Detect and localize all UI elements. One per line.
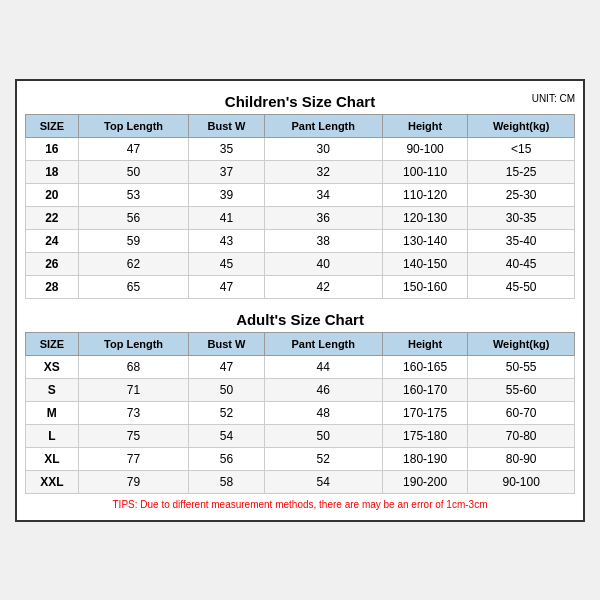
table-row: 28654742150-16045-50: [26, 275, 575, 298]
adult-cell-2-1: 73: [78, 401, 189, 424]
children-cell-2-1: 53: [78, 183, 189, 206]
unit-label: UNIT: CM: [532, 93, 575, 104]
col-weight: Weight(kg): [468, 114, 575, 137]
adult-cell-4-0: XL: [26, 447, 79, 470]
children-cell-6-2: 47: [189, 275, 264, 298]
adult-cell-3-2: 54: [189, 424, 264, 447]
children-cell-3-0: 22: [26, 206, 79, 229]
children-cell-2-0: 20: [26, 183, 79, 206]
adult-cell-5-1: 79: [78, 470, 189, 493]
col-top-length: Top Length: [78, 114, 189, 137]
col-bust-w: Bust W: [189, 114, 264, 137]
children-cell-6-3: 42: [264, 275, 382, 298]
children-cell-2-3: 34: [264, 183, 382, 206]
children-cell-2-5: 25-30: [468, 183, 575, 206]
adult-cell-0-3: 44: [264, 355, 382, 378]
children-cell-5-5: 40-45: [468, 252, 575, 275]
children-cell-2-2: 39: [189, 183, 264, 206]
children-cell-3-1: 56: [78, 206, 189, 229]
children-cell-1-1: 50: [78, 160, 189, 183]
adult-col-weight: Weight(kg): [468, 332, 575, 355]
adult-cell-1-2: 50: [189, 378, 264, 401]
adult-cell-1-4: 160-170: [382, 378, 468, 401]
children-cell-4-5: 35-40: [468, 229, 575, 252]
adult-col-bust-w: Bust W: [189, 332, 264, 355]
adult-cell-0-1: 68: [78, 355, 189, 378]
table-row: 26624540140-15040-45: [26, 252, 575, 275]
chart-container: Children's Size Chart UNIT: CM SIZE Top …: [15, 79, 585, 522]
adult-cell-0-0: XS: [26, 355, 79, 378]
children-cell-4-0: 24: [26, 229, 79, 252]
adult-title: Adult's Size Chart: [25, 307, 575, 332]
adult-cell-0-5: 50-55: [468, 355, 575, 378]
adult-cell-1-5: 55-60: [468, 378, 575, 401]
children-cell-6-5: 45-50: [468, 275, 575, 298]
adult-cell-4-3: 52: [264, 447, 382, 470]
table-row: 1647353090-100<15: [26, 137, 575, 160]
children-cell-4-1: 59: [78, 229, 189, 252]
adult-cell-4-1: 77: [78, 447, 189, 470]
children-cell-1-4: 100-110: [382, 160, 468, 183]
children-cell-5-2: 45: [189, 252, 264, 275]
table-row: XL775652180-19080-90: [26, 447, 575, 470]
adult-cell-3-1: 75: [78, 424, 189, 447]
children-cell-2-4: 110-120: [382, 183, 468, 206]
adult-cell-4-4: 180-190: [382, 447, 468, 470]
children-cell-3-5: 30-35: [468, 206, 575, 229]
adult-col-top-length: Top Length: [78, 332, 189, 355]
adult-col-height: Height: [382, 332, 468, 355]
table-row: 18503732100-11015-25: [26, 160, 575, 183]
children-cell-5-3: 40: [264, 252, 382, 275]
col-pant-length: Pant Length: [264, 114, 382, 137]
children-title: Children's Size Chart UNIT: CM: [25, 89, 575, 114]
adult-cell-3-4: 175-180: [382, 424, 468, 447]
children-cell-6-0: 28: [26, 275, 79, 298]
children-cell-3-2: 41: [189, 206, 264, 229]
children-cell-1-5: 15-25: [468, 160, 575, 183]
adult-header-row: SIZE Top Length Bust W Pant Length Heigh…: [26, 332, 575, 355]
children-cell-5-0: 26: [26, 252, 79, 275]
children-cell-1-2: 37: [189, 160, 264, 183]
adult-cell-1-0: S: [26, 378, 79, 401]
adult-cell-5-5: 90-100: [468, 470, 575, 493]
adult-cell-5-0: XXL: [26, 470, 79, 493]
adult-col-size: SIZE: [26, 332, 79, 355]
adult-cell-4-2: 56: [189, 447, 264, 470]
adult-title-text: Adult's Size Chart: [236, 311, 364, 328]
adult-cell-2-5: 60-70: [468, 401, 575, 424]
adult-cell-5-4: 190-200: [382, 470, 468, 493]
children-cell-0-0: 16: [26, 137, 79, 160]
children-cell-0-4: 90-100: [382, 137, 468, 160]
adult-col-pant-length: Pant Length: [264, 332, 382, 355]
adult-cell-4-5: 80-90: [468, 447, 575, 470]
adult-cell-5-2: 58: [189, 470, 264, 493]
children-cell-0-3: 30: [264, 137, 382, 160]
table-row: 22564136120-13030-35: [26, 206, 575, 229]
children-tbody: 1647353090-100<1518503732100-11015-25205…: [26, 137, 575, 298]
adult-tbody: XS684744160-16550-55S715046160-17055-60M…: [26, 355, 575, 493]
children-cell-3-4: 120-130: [382, 206, 468, 229]
adult-cell-0-4: 160-165: [382, 355, 468, 378]
children-cell-6-1: 65: [78, 275, 189, 298]
adult-cell-2-3: 48: [264, 401, 382, 424]
adult-table: SIZE Top Length Bust W Pant Length Heigh…: [25, 332, 575, 494]
adult-cell-1-3: 46: [264, 378, 382, 401]
table-row: XS684744160-16550-55: [26, 355, 575, 378]
table-row: S715046160-17055-60: [26, 378, 575, 401]
children-cell-3-3: 36: [264, 206, 382, 229]
table-row: 20533934110-12025-30: [26, 183, 575, 206]
table-row: M735248170-17560-70: [26, 401, 575, 424]
children-cell-0-5: <15: [468, 137, 575, 160]
adult-cell-2-4: 170-175: [382, 401, 468, 424]
adult-cell-2-2: 52: [189, 401, 264, 424]
adult-cell-3-3: 50: [264, 424, 382, 447]
adult-cell-3-0: L: [26, 424, 79, 447]
table-row: 24594338130-14035-40: [26, 229, 575, 252]
adult-cell-5-3: 54: [264, 470, 382, 493]
children-cell-5-4: 140-150: [382, 252, 468, 275]
children-table: SIZE Top Length Bust W Pant Length Heigh…: [25, 114, 575, 299]
children-header-row: SIZE Top Length Bust W Pant Length Heigh…: [26, 114, 575, 137]
adult-cell-1-1: 71: [78, 378, 189, 401]
children-cell-5-1: 62: [78, 252, 189, 275]
table-row: L755450175-18070-80: [26, 424, 575, 447]
